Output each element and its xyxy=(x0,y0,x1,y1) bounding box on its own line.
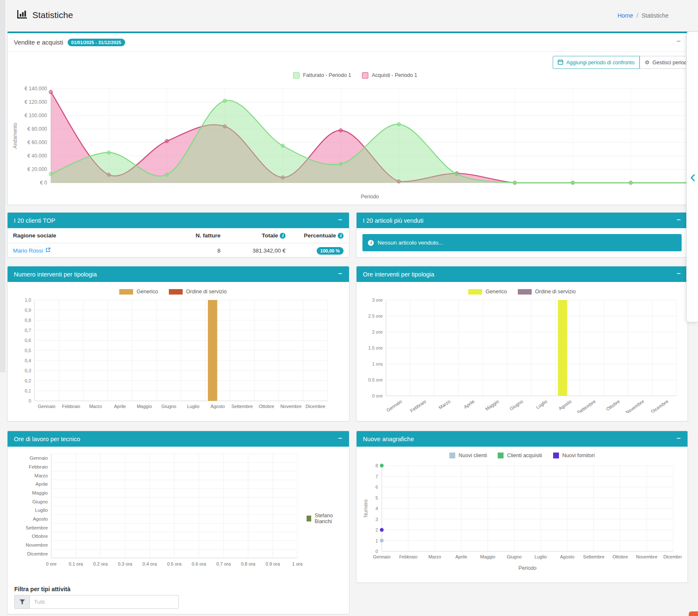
breadcrumb: Home / Statistiche xyxy=(617,12,669,19)
svg-text:€ 120.000: € 120.000 xyxy=(25,99,47,105)
svg-text:0.1 ora: 0.1 ora xyxy=(68,561,83,566)
svg-text:0 ore: 0 ore xyxy=(46,561,56,566)
svg-text:€ 80.000: € 80.000 xyxy=(27,126,47,132)
totale-info-icon[interactable]: i xyxy=(280,233,286,239)
legend-item-nuovi-clienti[interactable]: Nuovi clienti xyxy=(449,453,487,458)
panel-articoli-title: I 20 articoli più venduti xyxy=(363,217,423,224)
legend-item-ordine-di-servizio[interactable]: Ordine di servizio xyxy=(169,289,227,295)
manage-periods-button[interactable]: ⚙ Gestisci periodi xyxy=(640,56,688,69)
percentuale-cell: 100,00 % xyxy=(291,243,349,258)
legend-item-acquisti-periodo-1[interactable]: Acquisti - Periodo 1 xyxy=(362,72,417,79)
activity-filter-group xyxy=(14,595,179,609)
svg-text:Ottobre: Ottobre xyxy=(259,404,274,409)
svg-text:Giugno: Giugno xyxy=(507,554,522,559)
svg-text:Gennaio: Gennaio xyxy=(38,404,55,409)
collapse-panel-icon[interactable]: − xyxy=(677,216,681,224)
collapse-panel-icon[interactable]: − xyxy=(677,434,681,443)
panel-articoli-header: I 20 articoli più venduti − xyxy=(357,213,688,228)
legend-item-nuovi-fornitori[interactable]: Nuovi fornitori xyxy=(553,453,595,458)
legend-label: Ordine di servizio xyxy=(186,289,227,295)
collapse-panel-icon[interactable]: − xyxy=(338,270,342,278)
svg-text:Giugno: Giugno xyxy=(509,399,524,411)
chart-legend: GenericoOrdine di servizio xyxy=(362,287,682,297)
client-name-cell: Mario Rossi xyxy=(8,243,176,258)
filter-funnel-icon xyxy=(14,595,29,609)
info-icon: i xyxy=(368,240,374,246)
legend-item-stefano-bianchi[interactable]: Stefano Bianchi xyxy=(307,513,344,524)
empty-state-message: Nessun articolo venduto... xyxy=(378,240,443,246)
client-link[interactable]: Mario Rossi xyxy=(13,247,51,254)
column-header-n-fatture: N. fatture xyxy=(176,228,226,243)
activity-type-filter-input[interactable] xyxy=(29,595,179,609)
svg-text:Dicembre: Dicembre xyxy=(27,551,48,556)
svg-text:0,7: 0,7 xyxy=(25,328,31,333)
svg-text:5: 5 xyxy=(375,495,378,500)
chart-legend: Stefano Bianchi xyxy=(307,513,344,524)
legend-swatch xyxy=(498,453,504,458)
svg-text:Aprile: Aprile xyxy=(455,554,467,559)
column-header-percentuale: Percentualei xyxy=(291,228,349,243)
add-comparison-period-label: Aggiungi periodo di confronto xyxy=(566,60,635,66)
svg-text:Marzo: Marzo xyxy=(438,399,451,410)
panel-numero-interventi: Numero interventi per tipologia − Generi… xyxy=(7,266,349,421)
svg-text:Dicembre: Dicembre xyxy=(305,404,325,409)
right-flyout-panel[interactable] xyxy=(686,32,698,322)
n-fatture-cell: 8 xyxy=(176,243,226,258)
legend-swatch xyxy=(468,289,482,295)
ore-interventi-chart: GenericoOrdine di servizio3 ore2.5 ore2 … xyxy=(362,287,682,413)
legend-item-generico[interactable]: Generico xyxy=(468,289,507,295)
area-chart-svg: € 140.000€ 120.000€ 100.000€ 80.000€ 60.… xyxy=(11,80,688,201)
svg-text:7: 7 xyxy=(375,474,378,479)
svg-text:Aprile: Aprile xyxy=(463,399,475,410)
svg-text:0,3: 0,3 xyxy=(25,368,31,373)
svg-text:Luglio: Luglio xyxy=(35,508,48,513)
svg-text:Gennaio: Gennaio xyxy=(30,455,48,461)
add-comparison-period-button[interactable]: Aggiungi periodo di confronto xyxy=(553,56,640,69)
collapse-panel-icon[interactable]: − xyxy=(338,434,342,443)
corner-action-button[interactable] xyxy=(689,611,698,616)
panel-ore-lavoro-tecnico: Ore di lavoro per tecnico − 0 ore0.1 ora… xyxy=(7,431,349,614)
collapse-panel-icon[interactable]: − xyxy=(677,37,681,46)
legend-item-generico[interactable]: Generico xyxy=(119,289,158,295)
collapse-panel-icon[interactable]: − xyxy=(338,216,342,224)
svg-text:Marzo: Marzo xyxy=(428,554,441,559)
svg-text:Novembre: Novembre xyxy=(280,404,302,409)
svg-text:Andamento: Andamento xyxy=(12,123,18,149)
column-header-ragione-sociale: Ragione sociale xyxy=(8,228,176,243)
svg-text:2.5 ore: 2.5 ore xyxy=(368,313,383,319)
numero-interventi-chart: GenericoOrdine di servizio1,00,90,80,70,… xyxy=(13,287,333,413)
column-header-totale: Totalei xyxy=(226,228,291,243)
legend-item-clienti-acquisiti[interactable]: Clienti acquisiti xyxy=(498,453,542,458)
svg-text:Luglio: Luglio xyxy=(187,404,199,409)
svg-text:2 ore: 2 ore xyxy=(372,329,383,334)
svg-text:3 ore: 3 ore xyxy=(372,297,383,303)
top-clients-table: Ragione sociale N. fatture Totalei Perce… xyxy=(8,228,349,258)
svg-text:€ 20.000: € 20.000 xyxy=(27,166,47,172)
collapse-panel-icon[interactable]: − xyxy=(677,270,681,278)
legend-label: Clienti acquisiti xyxy=(507,453,542,458)
svg-text:6: 6 xyxy=(375,484,378,490)
svg-text:1 ora: 1 ora xyxy=(372,361,383,366)
chevron-left-icon[interactable] xyxy=(690,174,695,183)
legend-swatch xyxy=(553,453,559,458)
svg-text:Ottobre: Ottobre xyxy=(32,534,48,539)
svg-text:Dicembre: Dicembre xyxy=(663,554,682,559)
activity-filter-label: Filtra per tipi attività xyxy=(14,586,71,592)
hbar-chart-svg: 0 ore0.1 ora0.2 ora0.3 ora0.4 ora0.5 ora… xyxy=(13,451,302,576)
svg-text:Settembre: Settembre xyxy=(231,404,253,409)
legend-item-fatturato-periodo-1[interactable]: Fatturato - Periodo 1 xyxy=(293,72,351,79)
svg-text:Settembre: Settembre xyxy=(583,554,604,559)
panel-top-clienti-title: I 20 clienti TOP xyxy=(14,217,55,224)
svg-text:1: 1 xyxy=(375,538,378,543)
svg-text:Marzo: Marzo xyxy=(34,473,48,478)
svg-text:0.4 ora: 0.4 ora xyxy=(142,561,157,566)
svg-text:0,4: 0,4 xyxy=(25,358,31,363)
panel-ore-interventi: Ore interventi per tipologia − GenericoO… xyxy=(356,266,688,421)
svg-text:0.6 ora: 0.6 ora xyxy=(192,561,206,566)
percentuale-info-icon[interactable]: i xyxy=(338,233,344,239)
legend-item-ordine-di-servizio[interactable]: Ordine di servizio xyxy=(518,289,576,295)
panel-articoli-venduti: I 20 articoli più venduti − i Nessun art… xyxy=(356,212,688,258)
breadcrumb-home-link[interactable]: Home xyxy=(617,12,633,19)
svg-text:Dicembre: Dicembre xyxy=(650,399,669,413)
bar-chart-svg: 1,00,90,80,70,60,50,40,30,20,10GennaioFe… xyxy=(13,297,333,413)
